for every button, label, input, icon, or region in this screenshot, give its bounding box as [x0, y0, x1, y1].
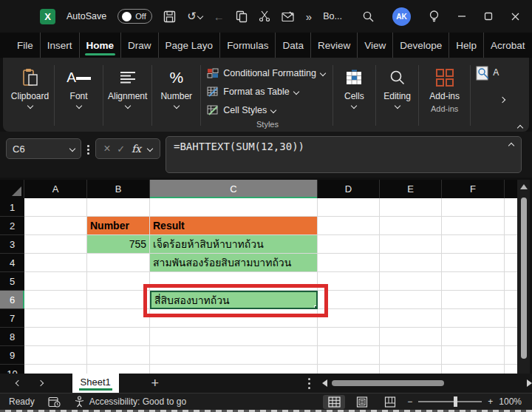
column-header-D[interactable]: D — [318, 180, 380, 198]
cell[interactable] — [24, 346, 87, 365]
row-header-1[interactable]: 1 — [0, 198, 24, 217]
row-header-4[interactable]: 4 — [0, 254, 24, 272]
vertical-scrollbar[interactable] — [517, 180, 530, 374]
page-break-preview-button[interactable] — [379, 395, 401, 409]
cell[interactable] — [442, 254, 505, 272]
ribbon-group-alignment[interactable]: Alignment — [105, 62, 150, 129]
scroll-up-arrow-icon[interactable] — [520, 184, 528, 189]
cell[interactable] — [318, 291, 380, 309]
cell-styles-button[interactable]: Cell Styles — [207, 101, 328, 119]
ribbon-group-cells[interactable]: Cells — [335, 62, 374, 129]
cell-B2[interactable]: Number — [87, 217, 150, 235]
quick-access-overflow-button[interactable]: » — [306, 10, 312, 23]
ribbon-group-editing[interactable]: Editing — [378, 62, 417, 129]
zoom-out-button[interactable]: − — [407, 396, 412, 407]
cell[interactable] — [505, 272, 517, 291]
maximize-button[interactable] — [484, 12, 493, 21]
cell[interactable] — [24, 217, 87, 235]
macro-record-button[interactable] — [48, 396, 61, 408]
sheet-tab-sheet1[interactable]: Sheet1 — [72, 374, 119, 393]
ribbon-group-clipboard[interactable]: Clipboard — [7, 62, 52, 129]
cell[interactable] — [380, 365, 442, 374]
zoom-slider-thumb[interactable] — [454, 396, 457, 407]
row-header-3[interactable]: 3 — [0, 235, 24, 254]
ribbon-group-font[interactable]: A Font — [56, 62, 101, 129]
tab-developer[interactable]: Develope — [392, 33, 449, 58]
avatar[interactable]: AK — [392, 7, 411, 26]
column-header-partial[interactable] — [505, 180, 517, 198]
fill-handle[interactable] — [314, 305, 318, 309]
cell[interactable] — [318, 309, 380, 328]
cell[interactable] — [505, 235, 517, 254]
cell[interactable] — [442, 235, 505, 254]
cell-C2[interactable]: Result — [150, 217, 318, 235]
cancel-entry-button[interactable]: × — [103, 142, 110, 155]
tab-data[interactable]: Data — [275, 33, 310, 58]
cell[interactable] — [442, 272, 505, 291]
tab-insert[interactable]: Insert — [40, 33, 79, 58]
search-button[interactable] — [362, 10, 375, 23]
cell[interactable] — [505, 365, 517, 374]
cell[interactable] — [87, 309, 150, 328]
cell[interactable] — [24, 272, 87, 291]
page-layout-view-button[interactable] — [351, 395, 373, 409]
cell[interactable] — [150, 272, 318, 291]
collapse-ribbon-button[interactable] — [517, 125, 523, 131]
accessibility-status[interactable]: Accessibility: Good to go — [89, 396, 186, 407]
cell[interactable] — [24, 254, 87, 272]
tab-page-layout[interactable]: Page Layo — [158, 33, 220, 58]
cell[interactable] — [87, 291, 150, 309]
email-button[interactable] — [282, 11, 295, 22]
row-header-10[interactable]: 10 — [0, 365, 24, 374]
cell[interactable] — [380, 291, 442, 309]
tab-home[interactable]: Home — [79, 33, 121, 58]
cell[interactable] — [442, 291, 505, 309]
cell[interactable] — [505, 217, 517, 235]
cell[interactable] — [24, 291, 87, 309]
sheet-options-menu[interactable] — [308, 378, 310, 389]
cell[interactable] — [318, 328, 380, 346]
cell[interactable] — [380, 328, 442, 346]
cell[interactable] — [150, 346, 318, 365]
tab-draw[interactable]: Draw — [120, 33, 158, 58]
horizontal-scrollbar[interactable] — [330, 379, 484, 387]
cell[interactable] — [150, 365, 318, 374]
name-box[interactable]: C6 — [6, 138, 81, 159]
formula-input[interactable]: =BAHTTEXT(SUM(12,30)) — [166, 136, 522, 173]
cell[interactable] — [442, 198, 505, 217]
cell[interactable] — [150, 309, 318, 328]
zoom-level[interactable]: 100% — [499, 396, 522, 407]
column-header-E[interactable]: E — [380, 180, 442, 198]
cell[interactable] — [87, 254, 150, 272]
cell[interactable] — [505, 346, 517, 365]
cell[interactable] — [380, 198, 442, 217]
ideas-button[interactable] — [429, 10, 440, 23]
cell[interactable] — [442, 309, 505, 328]
cut-button[interactable] — [259, 10, 270, 22]
tab-review[interactable]: Review — [310, 33, 357, 58]
scroll-left-arrow-icon[interactable] — [322, 379, 327, 387]
cell[interactable] — [87, 198, 150, 217]
column-header-C[interactable]: C — [150, 180, 318, 198]
tab-formulas[interactable]: Formulas — [219, 33, 275, 58]
copy-button[interactable] — [236, 10, 248, 23]
cell[interactable] — [150, 198, 318, 217]
cell[interactable] — [24, 198, 87, 217]
cell[interactable] — [150, 328, 318, 346]
cell[interactable] — [380, 346, 442, 365]
cell[interactable] — [318, 365, 380, 374]
row-header-6[interactable]: 6 — [0, 291, 24, 309]
format-as-table-button[interactable]: Format as Table — [207, 82, 328, 101]
tab-view[interactable]: View — [357, 33, 392, 58]
row-header-7[interactable]: 7 — [0, 309, 24, 328]
cell[interactable] — [380, 235, 442, 254]
analyze-data-button[interactable] — [475, 65, 491, 81]
close-button[interactable] — [511, 12, 520, 21]
cell[interactable] — [87, 328, 150, 346]
row-header-8[interactable]: 8 — [0, 328, 24, 346]
undo-button[interactable]: ↺ — [187, 10, 202, 23]
column-header-A[interactable]: A — [24, 180, 87, 198]
cell-C4[interactable]: สามพันสองร้อยสิบสามบาทถ้วน — [150, 254, 318, 272]
vertical-scrollbar-thumb[interactable] — [521, 197, 527, 359]
next-sheet-button[interactable] — [38, 380, 44, 386]
